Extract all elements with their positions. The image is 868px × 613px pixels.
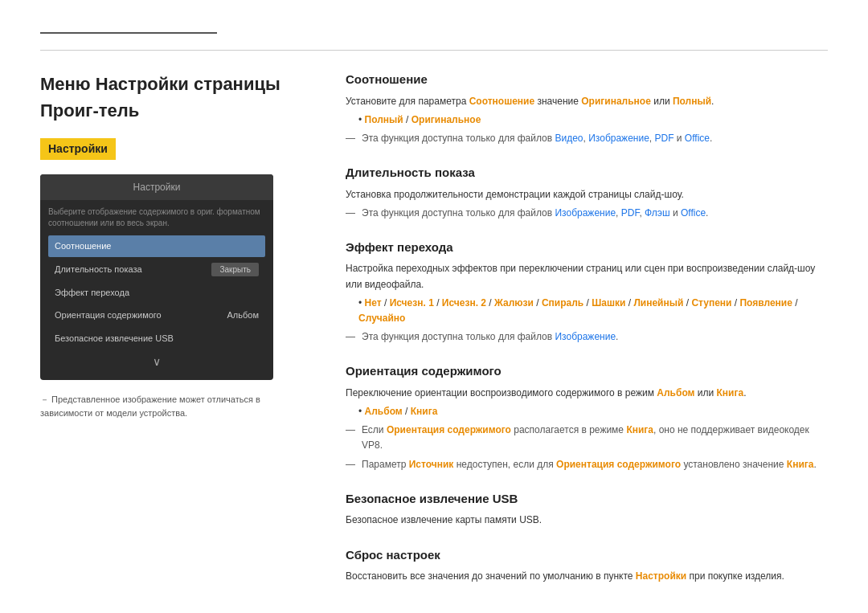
highlight-album: Альбом bbox=[657, 387, 694, 398]
t-fade1: Исчезн. 1 bbox=[390, 297, 434, 309]
highlight-full: Полный bbox=[673, 96, 711, 107]
bullet-ratio-1: Полный / Оригинальное bbox=[358, 112, 828, 128]
link-image: Изображение bbox=[588, 133, 649, 144]
settings-ui-title: Настройки bbox=[40, 174, 273, 200]
on-orientation2: Ориентация содержимого bbox=[556, 459, 681, 470]
settings-item-duration[interactable]: Длительность показа Закрыть bbox=[48, 259, 265, 280]
transition-bullets: Нет / Исчезн. 1 / Исчезн. 2 / Жалюзи / С… bbox=[346, 296, 828, 326]
orientation-note2: Параметр Источник недоступен, если для О… bbox=[346, 457, 828, 472]
settings-item-orientation[interactable]: Ориентация содержимого Альбом bbox=[48, 304, 265, 326]
section-reset: Сброс настроек Восстановить все значения… bbox=[346, 546, 828, 585]
section-orientation-text: Переключение ориентации воспроизводимого… bbox=[346, 386, 828, 401]
link-pdf: PDF bbox=[654, 133, 674, 144]
section-transition-text: Настройка переходных эффектов при перекл… bbox=[346, 261, 828, 292]
section-usb: Безопасное извлечение USB Безопасное изв… bbox=[346, 490, 828, 529]
highlight-settings: Настройки bbox=[636, 570, 686, 582]
page: Меню Настройки страницы Проиг-тель Настр… bbox=[0, 0, 868, 613]
right-column: Соотношение Установите для параметра Соо… bbox=[346, 71, 828, 602]
settings-ui: Настройки Выберите отображение содержимо… bbox=[40, 174, 273, 380]
link-pdf2: PDF bbox=[621, 207, 640, 219]
section-usb-text: Безопасное извлечение карты памяти USB. bbox=[346, 513, 828, 528]
link-image3: Изображение bbox=[555, 331, 616, 342]
section-transition: Эффект перехода Настройка переходных эфф… bbox=[346, 239, 828, 345]
settings-item-ratio-label: Соотношение bbox=[55, 239, 111, 253]
transition-note: Эта функция доступна только для файлов И… bbox=[346, 329, 828, 345]
duration-note: Эта функция доступна только для файлов И… bbox=[346, 206, 828, 221]
section-ratio-text: Установите для параметра Соотношение зна… bbox=[346, 94, 828, 109]
section-ratio: Соотношение Установите для параметра Соо… bbox=[346, 71, 828, 146]
settings-ui-desc: Выберите отображение содержимого в ориг.… bbox=[48, 206, 265, 229]
settings-ui-body: Выберите отображение содержимого в ориг.… bbox=[40, 200, 273, 380]
settings-item-usb-label: Безопасное извлечение USB bbox=[55, 332, 174, 345]
t-random: Случайно bbox=[358, 313, 405, 324]
on-source: Источник bbox=[409, 459, 454, 470]
left-note: － Представленное изображение может отлич… bbox=[40, 393, 313, 419]
link-flash: Флэш bbox=[645, 207, 669, 219]
section-duration: Длительность показа Установка продолжите… bbox=[346, 164, 828, 221]
close-button[interactable]: Закрыть bbox=[211, 263, 259, 276]
link-office: Office bbox=[685, 133, 710, 144]
settings-badge: Настройки bbox=[40, 138, 116, 160]
content-wrapper: Меню Настройки страницы Проиг-тель Настр… bbox=[40, 71, 828, 602]
o-book: Книга bbox=[411, 406, 438, 417]
t-chess: Шашки bbox=[592, 297, 625, 309]
orientation-bullets: Альбом / Книга bbox=[346, 404, 828, 419]
note-dash: － bbox=[40, 394, 51, 404]
section-duration-text: Установка продолжительности демонстрации… bbox=[346, 187, 828, 202]
section-orientation-title: Ориентация содержимого bbox=[346, 362, 828, 381]
left-column: Меню Настройки страницы Проиг-тель Настр… bbox=[40, 71, 313, 602]
top-rule bbox=[40, 32, 217, 34]
t-linear: Линейный bbox=[633, 297, 683, 309]
link-office2: Office bbox=[681, 207, 706, 219]
t-none: Нет bbox=[365, 297, 382, 309]
ratio-bullets: Полный / Оригинальное bbox=[346, 112, 828, 128]
on-book2: Книга bbox=[787, 459, 814, 470]
settings-item-orientation-value: Альбом bbox=[227, 309, 259, 322]
highlight-book: Книга bbox=[717, 387, 744, 398]
bullet-original: Оригинальное bbox=[411, 114, 481, 125]
t-blind: Жалюзи bbox=[494, 297, 534, 309]
section-reset-title: Сброс настроек bbox=[346, 546, 828, 565]
t-appear: Появление bbox=[739, 297, 792, 309]
section-duration-title: Длительность показа bbox=[346, 164, 828, 182]
t-spiral: Спираль bbox=[542, 297, 583, 309]
on-orientation: Ориентация содержимого bbox=[387, 424, 511, 435]
settings-item-ratio[interactable]: Соотношение bbox=[48, 235, 265, 257]
settings-item-transition-label: Эффект перехода bbox=[55, 286, 129, 300]
t-fade2: Исчезн. 2 bbox=[442, 297, 486, 309]
bullet-transition-1: Нет / Исчезн. 1 / Исчезн. 2 / Жалюзи / С… bbox=[358, 296, 828, 326]
section-transition-title: Эффект перехода bbox=[346, 239, 828, 257]
settings-item-usb[interactable]: Безопасное извлечение USB bbox=[48, 328, 265, 349]
settings-item-orientation-label: Ориентация содержимого bbox=[55, 309, 162, 322]
chevron-down-icon: ∨ bbox=[48, 350, 265, 374]
orientation-note1: Если Ориентация содержимого располагаетс… bbox=[346, 423, 828, 453]
highlight-ratio: Соотношение bbox=[469, 96, 534, 107]
settings-item-duration-label: Длительность показа bbox=[55, 263, 142, 276]
section-ratio-title: Соотношение bbox=[346, 71, 828, 89]
o-album: Альбом bbox=[365, 406, 403, 417]
link-video: Видео bbox=[555, 133, 583, 144]
top-rule-full bbox=[40, 50, 828, 51]
page-title: Меню Настройки страницы Проиг-тель bbox=[40, 71, 313, 124]
on-book: Книга bbox=[626, 424, 653, 435]
section-orientation: Ориентация содержимого Переключение орие… bbox=[346, 362, 828, 472]
bullet-full: Полный bbox=[365, 114, 403, 125]
section-reset-text: Восстановить все значения до значений по… bbox=[346, 569, 828, 584]
link-image2: Изображение bbox=[555, 207, 616, 219]
bullet-orientation-1: Альбом / Книга bbox=[358, 404, 828, 419]
highlight-original: Оригинальное bbox=[581, 96, 651, 107]
ratio-note: Эта функция доступна только для файлов В… bbox=[346, 131, 828, 146]
settings-item-transition[interactable]: Эффект перехода bbox=[48, 282, 265, 304]
section-usb-title: Безопасное извлечение USB bbox=[346, 490, 828, 509]
t-steps: Ступени bbox=[691, 297, 731, 309]
left-note-text: Представленное изображение может отличат… bbox=[40, 394, 260, 418]
